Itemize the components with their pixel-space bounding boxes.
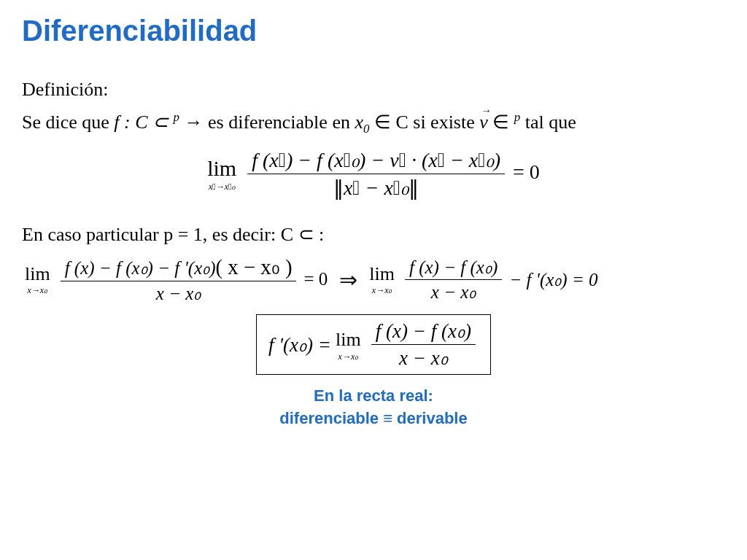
eq1-denominator: ‖x⃗ − x⃗₀‖ [247,174,505,200]
eq3-lhs: f '(x₀) = [268,333,331,357]
intro-sup-p2: p [514,110,520,124]
intro-sup-p: p [174,110,179,124]
eq2-implies: ⇒ [339,267,357,292]
intro-vecv: v [479,109,488,135]
definition-label: Definición: [22,77,725,102]
eq2-denL: x − x₀ [61,281,297,304]
eq2-fracR: f (x) − f (x₀) x − x₀ [405,257,502,303]
eq3-lim: lim x→x₀ [336,328,361,361]
eq1-lim: lim x⃗→x⃗₀ [207,158,236,191]
eq2-eqL: = 0 [303,269,328,289]
eq1-equals-zero: = 0 [513,160,540,183]
equation-2: lim x→x₀ f (x) − f (x₀) − f '(x₀)( x − x… [22,254,725,304]
eq2-numR: f (x) − f (x₀) [405,257,502,280]
case-text1: En caso particular p = 1, es decir: C ⊂ [22,224,319,245]
eq3-den: x − x₀ [371,345,476,370]
slide-title: Diferenciabilidad [22,15,725,47]
equation-3-boxed: f '(x₀) = lim x→x₀ f (x) − f (x₀) x − x₀ [256,314,491,375]
eq2-denR: x − x₀ [405,280,502,303]
eq3-frac: f (x) − f (x₀) x − x₀ [371,319,476,370]
intro-part3: si existe [413,112,479,133]
footer-line2: diferenciable ≡ derivable [22,408,725,430]
particular-case-text: En caso particular p = 1, es decir: C ⊂ … [22,222,725,247]
eq2-limR: lim x→x₀ [369,264,395,295]
case-colon: : [319,224,324,245]
intro-part1: Se dice que [22,112,114,133]
slide: Diferenciabilidad Definición: Se dice qu… [0,0,747,438]
intro-arrow: → [185,112,209,133]
eq2-tailR: − f '(x₀) = 0 [509,269,597,290]
eq1-numerator: f (x⃗) − f (x⃗₀) − v⃗ · (x⃗ − x⃗₀) [247,148,505,174]
equation-1: lim x⃗→x⃗₀ f (x⃗) − f (x⃗₀) − v⃗ · (x⃗ −… [22,148,725,200]
intro-x0: x0 [355,112,369,133]
eq2-numL: f (x) − f (x₀) − f '(x₀)( x − x₀ ) [61,254,297,281]
eq3-num: f (x) − f (x₀) [371,319,476,345]
intro-inC: ∈ C [374,112,413,133]
footer-line1: En la recta real: [22,385,725,408]
intro-part2: es diferenciable en [208,112,355,133]
intro-func: f : C ⊂ [114,112,173,133]
eq2-fracL: f (x) − f (x₀) − f '(x₀)( x − x₀ ) x − x… [61,254,297,304]
definition-text: Se dice que f : C ⊂ p → es diferenciable… [22,109,725,138]
intro-inRp: ∈ [492,112,514,133]
eq2-limL: lim x→x₀ [25,264,50,295]
intro-part4: tal que [525,112,576,133]
eq1-fraction: f (x⃗) − f (x⃗₀) − v⃗ · (x⃗ − x⃗₀) ‖x⃗ −… [247,148,505,200]
footer-note: En la recta real: diferenciable ≡ deriva… [22,385,725,430]
